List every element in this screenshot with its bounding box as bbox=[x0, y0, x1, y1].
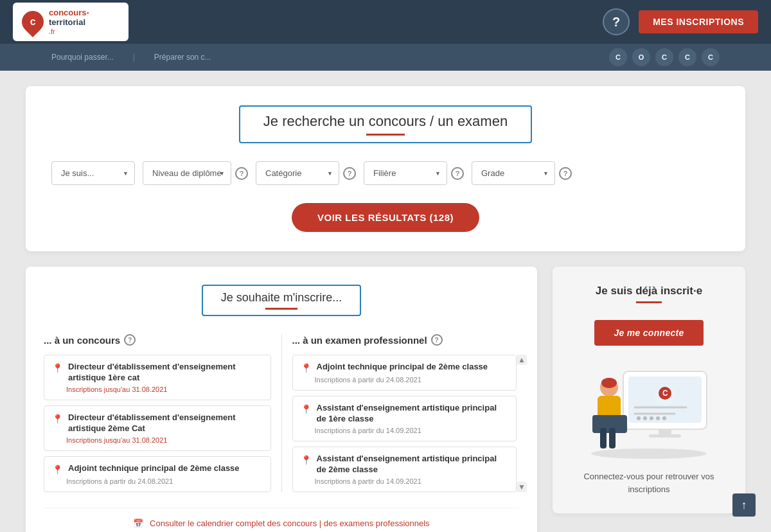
search-title-wrapper: Je recherche un concours / un examen bbox=[51, 105, 720, 143]
pin-icon-exam-3: 📍 bbox=[301, 454, 312, 466]
connecte-text: Connectez-vous pour retrouver vos inscri… bbox=[568, 470, 730, 495]
pin-icon-gray-1: 📍 bbox=[52, 464, 63, 475]
concours-item-1-date: Inscriptions jusqu'au 31.08.2021 bbox=[66, 386, 263, 393]
concours-item-2-date: Inscriptions jusqu'au 31.08.2021 bbox=[66, 436, 263, 444]
concours-help-icon[interactable]: ? bbox=[124, 334, 136, 346]
exam-item-1[interactable]: 📍 Adjoint technique principal de 2ème cl… bbox=[292, 355, 517, 391]
nav-icon-4: C bbox=[678, 48, 696, 66]
pin-icon-red-2: 📍 bbox=[52, 413, 63, 425]
svg-point-11 bbox=[662, 416, 666, 420]
search-title: Je recherche un concours / un examen bbox=[239, 105, 532, 143]
col-concours: ... à un concours ? 📍 Directeur d'établi… bbox=[44, 334, 281, 492]
nav-bar: Pourquoi passer... | Préparer son c... C… bbox=[0, 44, 771, 71]
pin-icon-exam-2: 📍 bbox=[301, 403, 312, 415]
calendar-links: 📅 Consulter le calendrier complet des co… bbox=[44, 508, 519, 528]
col-examen: ... à un examen professionnel ? 📍 Adjoin… bbox=[281, 334, 520, 492]
concours-item-3[interactable]: 📍 Adjoint technique principal de 2ème cl… bbox=[44, 456, 271, 492]
exam-item-1-date: Inscriptions à partir du 24.08.2021 bbox=[315, 376, 509, 384]
calendar-icon: 📅 bbox=[133, 519, 143, 528]
grade-select[interactable]: Grade bbox=[472, 161, 555, 185]
filters-row: Je suis... Niveau de diplôme ? Catégorie bbox=[51, 161, 720, 185]
svg-rect-12 bbox=[659, 429, 671, 434]
je-me-connecte-button[interactable]: Je me connecte bbox=[594, 320, 703, 346]
col-concours-title: ... à un concours ? bbox=[44, 334, 271, 346]
svg-rect-18 bbox=[600, 428, 607, 448]
exam-list: 📍 Adjoint technique principal de 2ème cl… bbox=[292, 355, 520, 492]
exam-item-2[interactable]: 📍 Assistant d'enseignement artistique pr… bbox=[292, 396, 517, 441]
concours-item-1[interactable]: 📍 Directeur d'établissement d'enseigneme… bbox=[44, 355, 271, 400]
exam-item-1-title: 📍 Adjoint technique principal de 2ème cl… bbox=[301, 362, 509, 374]
card-title: Je souhaite m'inscrire... bbox=[202, 285, 362, 316]
svg-point-9 bbox=[650, 416, 653, 420]
exam-item-2-date: Inscriptions à partir du 14.09.2021 bbox=[315, 427, 509, 434]
help-button[interactable]: ? bbox=[603, 8, 630, 35]
nav-link-preparer[interactable]: Préparer son c... bbox=[154, 53, 211, 62]
calendar-concours-link[interactable]: Consulter le calendrier complet des conc… bbox=[150, 519, 317, 528]
concours-item-2[interactable]: 📍 Directeur d'établissement d'enseigneme… bbox=[44, 405, 271, 451]
concours-item-1-title: 📍 Directeur d'établissement d'enseigneme… bbox=[52, 362, 263, 384]
je-suis-select-wrapper: Je suis... bbox=[51, 161, 135, 185]
niveau-diplome-help[interactable]: ? bbox=[235, 167, 248, 180]
exam-item-3[interactable]: 📍 Assistant d'enseignement artistique pr… bbox=[292, 447, 517, 492]
niveau-diplome-select[interactable]: Niveau de diplôme bbox=[143, 161, 231, 185]
filiere-wrap: Filière ? bbox=[364, 161, 464, 185]
nav-link-pourquoi[interactable]: Pourquoi passer... bbox=[51, 53, 114, 62]
voir-resultats-button[interactable]: VOIR LES RÉSULTATS (128) bbox=[292, 203, 479, 232]
svg-text:C: C bbox=[662, 389, 668, 398]
bottom-row: Je souhaite m'inscrire... ... à un conco… bbox=[26, 267, 745, 532]
header: c concours- territorial .fr ? MES INSCRI… bbox=[0, 0, 771, 44]
inscrit-card: Je suis déjà inscrit·e Je me connecte C bbox=[553, 267, 745, 513]
scroll-arrows: ▲ ▼ bbox=[517, 355, 527, 492]
two-cols: ... à un concours ? 📍 Directeur d'établi… bbox=[44, 334, 519, 492]
nav-separator: | bbox=[133, 53, 135, 62]
search-section: Je recherche un concours / un examen Je … bbox=[26, 86, 745, 251]
logo[interactable]: c concours- territorial .fr bbox=[13, 3, 128, 41]
calendar-examen-link[interactable]: des examens professionnels bbox=[324, 519, 430, 528]
grade-select-wrapper: Grade bbox=[472, 161, 555, 185]
exam-item-3-title: 📍 Assistant d'enseignement artistique pr… bbox=[301, 454, 509, 475]
svg-rect-13 bbox=[649, 434, 681, 438]
nav-icon-5: C bbox=[702, 48, 720, 66]
illustration: C bbox=[578, 359, 720, 461]
logo-icon: c bbox=[17, 6, 48, 37]
svg-point-15 bbox=[601, 378, 617, 388]
categorie-select[interactable]: Catégorie bbox=[256, 161, 339, 185]
je-suis-select[interactable]: Je suis... bbox=[51, 161, 135, 185]
pin-icon-exam-1: 📍 bbox=[301, 362, 312, 374]
filiere-select[interactable]: Filière bbox=[364, 161, 447, 185]
concours-item-3-date: Inscriptions à partir du 24.08.2021 bbox=[66, 477, 263, 485]
filiere-help[interactable]: ? bbox=[451, 167, 464, 180]
svg-point-8 bbox=[643, 416, 647, 420]
inscription-card: Je souhaite m'inscrire... ... à un conco… bbox=[26, 267, 537, 532]
categorie-help[interactable]: ? bbox=[343, 167, 356, 180]
nav-icon-2: O bbox=[632, 48, 650, 66]
exam-item-3-date: Inscriptions à partir du 14.09.2021 bbox=[315, 477, 509, 485]
pin-icon-red-1: 📍 bbox=[52, 362, 63, 374]
inscrit-title: Je suis déjà inscrit·e bbox=[596, 285, 702, 303]
mes-inscriptions-button[interactable]: MES INSCRIPTIONS bbox=[639, 10, 758, 33]
nav-icons: C O C C C bbox=[609, 48, 720, 66]
calendar-separator: | bbox=[319, 519, 324, 528]
illustration-svg: C bbox=[578, 359, 720, 461]
concours-list: 📍 Directeur d'établissement d'enseigneme… bbox=[44, 355, 271, 492]
je-suis-wrap: Je suis... bbox=[51, 161, 135, 185]
scroll-up-arrow[interactable]: ▲ bbox=[517, 355, 527, 365]
svg-rect-19 bbox=[609, 428, 616, 448]
examen-help-icon[interactable]: ? bbox=[431, 334, 443, 346]
exam-item-2-title: 📍 Assistant d'enseignement artistique pr… bbox=[301, 403, 509, 425]
nav-icon-3: C bbox=[655, 48, 673, 66]
niveau-diplome-select-wrapper: Niveau de diplôme bbox=[143, 161, 231, 185]
grade-help[interactable]: ? bbox=[559, 167, 572, 180]
svg-point-7 bbox=[637, 416, 641, 420]
grade-wrap: Grade ? bbox=[472, 161, 572, 185]
filiere-select-wrapper: Filière bbox=[364, 161, 447, 185]
main-content: Je recherche un concours / un examen Je … bbox=[0, 71, 771, 532]
scroll-up-button[interactable]: ↑ bbox=[732, 493, 756, 517]
svg-point-20 bbox=[591, 448, 707, 459]
niveau-diplome-wrap: Niveau de diplôme ? bbox=[143, 161, 248, 185]
concours-item-2-title: 📍 Directeur d'établissement d'enseigneme… bbox=[52, 412, 263, 434]
concours-item-3-title: 📍 Adjoint technique principal de 2ème cl… bbox=[52, 463, 263, 475]
scroll-down-arrow[interactable]: ▼ bbox=[517, 482, 527, 492]
categorie-select-wrapper: Catégorie bbox=[256, 161, 339, 185]
header-right: ? MES INSCRIPTIONS bbox=[603, 8, 758, 35]
